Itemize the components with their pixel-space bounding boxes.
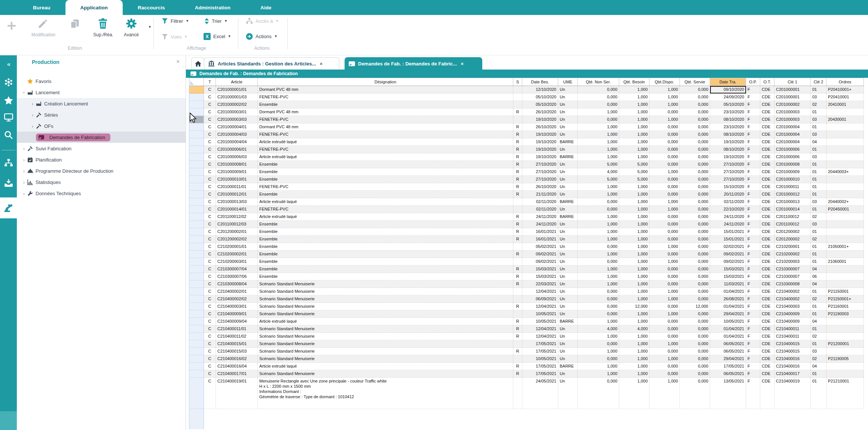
sidebar-item-suivi-fabrication[interactable]: ›Suivi Fabrication [17, 143, 186, 154]
cell-ume[interactable]: Un [558, 243, 578, 251]
row-selector[interactable] [189, 168, 204, 176]
cell-qte-non-ser[interactable]: 0,000 [578, 198, 619, 206]
cell-o-p[interactable]: F [746, 325, 760, 333]
cell-cle-2[interactable]: 01 [811, 168, 826, 176]
row-selector[interactable] [189, 251, 204, 258]
row-selector[interactable] [189, 355, 204, 363]
cell-o-p[interactable]: F [746, 221, 760, 228]
cell-qte-non-ser[interactable]: 5,000 [578, 161, 619, 168]
cell-s[interactable]: R [513, 123, 522, 131]
rail-item-import[interactable] [0, 176, 17, 191]
cell-qte-dispo[interactable]: 1,000 [650, 355, 680, 363]
cell-qte-non-ser[interactable]: 1,000 [578, 236, 619, 243]
cell-date-bes[interactable]: 27/10/2020 [522, 176, 558, 183]
cell-qte-servie[interactable]: 0,000 [680, 213, 710, 221]
cell-date-tra[interactable]: 06/05/2021 [710, 340, 746, 348]
cell-t[interactable]: C [204, 355, 216, 363]
row-selector[interactable] [189, 280, 204, 288]
cell-qte-servie[interactable]: 0,000 [680, 86, 710, 93]
cell-qte-non-ser[interactable]: 1,000 [578, 228, 619, 236]
cell-designation[interactable]: Dormant PVC 48 mm [258, 108, 513, 116]
cell-qte-besoin[interactable]: 1,000 [619, 348, 650, 355]
cell-qte-dispo[interactable]: 1,000 [650, 258, 680, 265]
cell-date-tra[interactable]: 15/03/2021 [710, 273, 746, 280]
cell-qte-besoin[interactable]: 1,000 [619, 153, 650, 161]
cell-s[interactable] [513, 243, 522, 251]
row-selector[interactable] [189, 108, 204, 116]
cell-date-bes[interactable]: 12/10/2020 [522, 86, 558, 93]
cell-cle-1[interactable]: C210200003 [774, 258, 811, 265]
cell-qte-non-ser[interactable]: 0,000 [578, 355, 619, 363]
cell-s[interactable] [513, 355, 522, 363]
row-selector[interactable] [189, 176, 204, 183]
cell-o-t[interactable]: CDE [760, 310, 774, 318]
cell-s[interactable]: R [513, 333, 522, 340]
cell-qte-servie[interactable]: 0,000 [680, 153, 710, 161]
cell-o-p[interactable]: F [746, 116, 760, 123]
cell-o-t[interactable]: CDE [760, 295, 774, 303]
cell-article[interactable]: C210200002/01 [216, 251, 258, 258]
cell-ordres[interactable]: P20410001 [826, 93, 864, 101]
menu-item-administration[interactable]: Administration [180, 0, 245, 15]
cell-cle-1[interactable]: C201000002 [774, 101, 811, 108]
cell-o-p[interactable]: F [746, 310, 760, 318]
cell-designation[interactable]: Scénario Standard Menuiserie [258, 348, 513, 355]
row-selector[interactable] [189, 243, 204, 251]
cell-s[interactable] [513, 258, 522, 265]
cell-date-tra[interactable]: 17/05/2021 [710, 363, 746, 370]
cell-cle-2[interactable]: 03 [811, 116, 826, 123]
sidebar-item-favoris[interactable]: Favoris [17, 76, 186, 87]
cell-cle-1[interactable]: C210400016 [774, 355, 811, 363]
cell-t[interactable]: C [204, 198, 216, 206]
cell-qte-servie[interactable]: 0,000 [680, 325, 710, 333]
cell-t[interactable]: C [204, 325, 216, 333]
cell-o-p[interactable]: F [746, 295, 760, 303]
cell-qte-non-ser[interactable]: 1,000 [578, 251, 619, 258]
add-button[interactable] [7, 21, 16, 31]
cell-qte-besoin[interactable]: 1,000 [619, 288, 650, 295]
cell-o-p[interactable]: F [746, 123, 760, 131]
cell-ordres[interactable] [826, 363, 864, 370]
row-selector[interactable] [189, 206, 204, 213]
cell-o-t[interactable]: CDE [760, 243, 774, 251]
cell-t[interactable]: C [204, 348, 216, 355]
cell-date-bes[interactable]: 10/05/2021 [522, 355, 558, 363]
cell-t[interactable]: C [204, 280, 216, 288]
cell-o-t[interactable]: CDE [760, 273, 774, 280]
cell-t[interactable]: C [204, 213, 216, 221]
cell-ordres[interactable]: P21200001 [826, 340, 864, 348]
cell-qte-non-ser[interactable]: 0,000 [578, 86, 619, 93]
cell-date-bes[interactable]: 27/10/2020 [522, 168, 558, 176]
cell-cle-2[interactable]: 01 [811, 146, 826, 153]
cell-o-p[interactable]: F [746, 198, 760, 206]
cell-ume[interactable]: Un [558, 123, 578, 131]
column-header-article[interactable]: Article [216, 78, 258, 86]
sidebar-item-demandes-de-fabrication[interactable]: Demandes de Fabrication [17, 132, 186, 143]
cell-o-p[interactable]: F [746, 191, 760, 198]
cell-t[interactable]: C [204, 370, 216, 378]
cell-cle-1[interactable]: C210400003 [774, 303, 811, 310]
cell-o-t[interactable]: CDE [760, 123, 774, 131]
cell-qte-besoin[interactable]: 1,000 [619, 198, 650, 206]
cell-designation[interactable]: Menuiserie Rectangle avec Une zone princ… [258, 378, 513, 409]
cell-article[interactable]: C201000002/02 [216, 101, 258, 108]
cell-o-t[interactable]: CDE [760, 221, 774, 228]
cell-date-tra[interactable]: 09/10/2020 [710, 86, 746, 93]
cell-qte-servie[interactable]: 0,000 [680, 116, 710, 123]
cell-article[interactable]: C201000001/03 [216, 93, 258, 101]
cell-designation[interactable]: Ensemble [258, 251, 513, 258]
cell-ume[interactable]: Un [558, 265, 578, 273]
cell-o-p[interactable]: F [746, 161, 760, 168]
cell-date-tra[interactable]: 23/10/2020 [710, 123, 746, 131]
edition-caret-icon[interactable]: ▼ [148, 25, 152, 29]
cell-ume[interactable]: Un [558, 325, 578, 333]
cell-qte-non-ser[interactable]: 1,000 [578, 333, 619, 340]
cell-qte-besoin[interactable]: 1,000 [619, 108, 650, 116]
cell-s[interactable]: R [513, 348, 522, 355]
cell-ume[interactable]: Un [558, 236, 578, 243]
cell-qte-besoin[interactable]: 1,000 [619, 213, 650, 221]
cell-date-tra[interactable]: 11/03/2021 [710, 280, 746, 288]
cell-cle-1[interactable]: C210400017 [774, 370, 811, 378]
cell-s[interactable]: R [513, 236, 522, 243]
cell-t[interactable]: C [204, 116, 216, 123]
